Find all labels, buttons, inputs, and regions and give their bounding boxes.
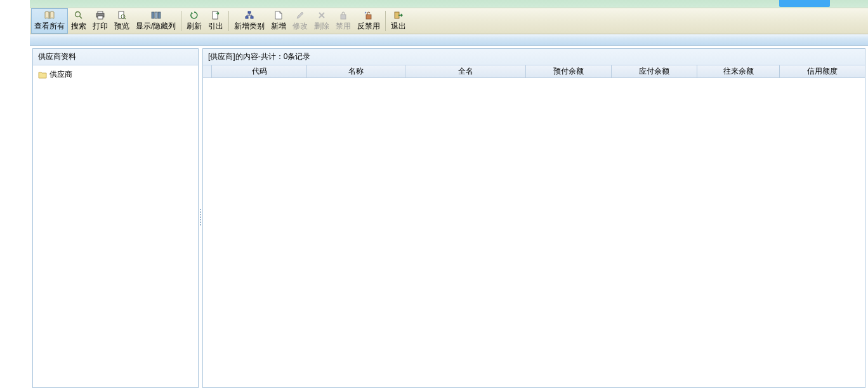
disable-label: 禁用	[336, 21, 351, 32]
svg-line-8	[124, 18, 126, 19]
search-button[interactable]: 搜索	[68, 8, 89, 34]
undisable-label: 反禁用	[357, 21, 380, 32]
refresh-icon	[190, 10, 199, 20]
tree-root-item[interactable]: 供应商	[36, 68, 195, 81]
svg-rect-15	[251, 17, 253, 18]
view-all-label: 查看所有	[34, 21, 65, 32]
col-payable[interactable]: 应付余额	[612, 65, 697, 77]
gradient-strip	[30, 34, 868, 46]
svg-rect-3	[98, 11, 103, 13]
preview-label: 预览	[114, 21, 129, 32]
svg-rect-13	[248, 11, 251, 13]
add-category-button[interactable]: 新增类别	[231, 8, 268, 34]
search-icon	[74, 10, 83, 20]
system-badge	[779, 0, 830, 7]
col-code[interactable]: 代码	[212, 65, 307, 77]
folder-icon	[38, 71, 47, 79]
app-area: 查看所有 搜索 打印 预览 显示/隐藏列	[30, 0, 868, 388]
add-button[interactable]: 新增	[268, 8, 289, 34]
content-area: 供应商资料 供应商 [供应商]的内容-共计：0条记录 代码 名称	[30, 46, 868, 388]
table-header: 代码 名称 全名 预付余额 应付余额 往来余额 信用额度	[203, 65, 865, 78]
content-header: [供应商]的内容-共计：0条记录	[203, 49, 865, 65]
refresh-button[interactable]: 刷新	[183, 8, 205, 34]
unlock-icon	[364, 10, 373, 20]
tree-add-icon	[245, 10, 254, 20]
exit-button[interactable]: 退出	[388, 8, 409, 34]
table-body[interactable]	[203, 78, 865, 387]
preview-button[interactable]: 预览	[111, 8, 133, 34]
refresh-label: 刷新	[187, 21, 202, 32]
col-name[interactable]: 名称	[307, 65, 405, 77]
left-gutter	[0, 0, 30, 388]
svg-rect-23	[366, 15, 371, 19]
svg-rect-5	[98, 16, 103, 19]
new-doc-icon	[275, 10, 282, 20]
export-button[interactable]: 引出	[205, 8, 227, 34]
toolbar-separator	[181, 11, 181, 31]
columns-icon	[151, 10, 161, 20]
svg-rect-9	[152, 12, 154, 18]
printer-icon	[96, 10, 105, 20]
exit-icon	[394, 10, 403, 20]
add-label: 新增	[271, 21, 286, 32]
row-selector-header[interactable]	[203, 65, 212, 77]
toolbar-separator	[385, 11, 386, 31]
undisable-button[interactable]: 反禁用	[354, 8, 383, 34]
print-button[interactable]: 打印	[89, 8, 111, 34]
col-fullname[interactable]: 全名	[405, 65, 526, 77]
svg-rect-12	[213, 11, 218, 19]
splitter-grip-icon	[200, 209, 201, 225]
toggle-columns-button[interactable]: 显示/隐藏列	[133, 8, 179, 34]
toggle-columns-label: 显示/隐藏列	[136, 21, 176, 32]
tree-view[interactable]: 供应商	[33, 65, 198, 387]
preview-icon	[117, 10, 126, 20]
book-open-icon	[44, 10, 55, 20]
svg-rect-22	[341, 15, 346, 19]
delete-button[interactable]: 删除	[311, 8, 332, 34]
sidebar-title: 供应商资料	[33, 49, 198, 65]
export-label: 引出	[208, 21, 223, 32]
tree-root-label: 供应商	[49, 69, 72, 80]
svg-line-2	[80, 16, 82, 18]
svg-rect-10	[155, 12, 157, 18]
add-category-label: 新增类别	[234, 21, 265, 32]
edit-icon	[296, 10, 305, 20]
svg-rect-24	[395, 12, 399, 18]
export-icon	[211, 10, 220, 20]
edit-label: 修改	[293, 21, 308, 32]
col-balance[interactable]: 往来余额	[697, 65, 780, 77]
right-panel: [供应商]的内容-共计：0条记录 代码 名称 全名 预付余额 应付余额 往来余额…	[202, 48, 865, 388]
toolbar: 查看所有 搜索 打印 预览 显示/隐藏列	[30, 8, 868, 34]
toolbar-separator	[228, 11, 229, 31]
col-prepaid[interactable]: 预付余额	[526, 65, 612, 77]
svg-rect-11	[158, 12, 161, 18]
lock-icon	[339, 10, 347, 20]
svg-rect-14	[246, 17, 248, 18]
edit-button[interactable]: 修改	[289, 8, 311, 34]
left-panel: 供应商资料 供应商	[32, 48, 199, 388]
col-credit[interactable]: 信用额度	[780, 65, 865, 77]
title-strip	[30, 0, 868, 8]
delete-icon	[318, 10, 326, 20]
search-label: 搜索	[71, 21, 86, 32]
disable-button[interactable]: 禁用	[332, 8, 354, 34]
print-label: 打印	[93, 21, 108, 32]
delete-label: 删除	[314, 21, 329, 32]
exit-label: 退出	[391, 21, 406, 32]
view-all-button[interactable]: 查看所有	[31, 8, 68, 34]
svg-point-1	[76, 11, 81, 17]
